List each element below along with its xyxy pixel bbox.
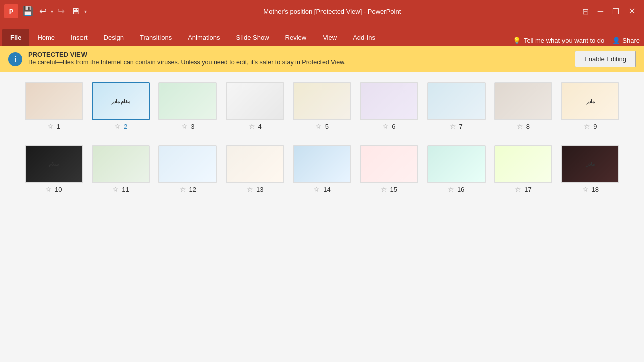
- banner-text-block: PROTECTED VIEW Be careful—files from the…: [28, 51, 346, 67]
- slide-item[interactable]: ☆14: [291, 145, 352, 193]
- slide-item[interactable]: ☆5: [291, 82, 352, 130]
- undo-dropdown[interactable]: ▾: [51, 9, 53, 14]
- slide-grid: مادر☆9☆8☆7☆6☆5☆4☆3مقام مادر☆2☆1مادر☆18☆1…: [20, 82, 624, 193]
- undo-button[interactable]: ↩: [37, 5, 49, 18]
- slide-thumb-inner: سلام: [26, 146, 82, 182]
- star-icon: ☆: [112, 185, 119, 193]
- slide-row-2: مادر☆18☆17☆16☆15☆14☆13☆12☆11سلام☆10: [20, 145, 624, 193]
- slide-meta: ☆12: [180, 185, 196, 193]
- slide-number: 7: [459, 123, 463, 130]
- slide-thumb-inner: [294, 146, 350, 182]
- slide-thumb-inner: [495, 146, 551, 182]
- slide-thumb-inner: [428, 83, 485, 119]
- slide-item[interactable]: ☆17: [493, 145, 553, 193]
- tab-view[interactable]: View: [314, 29, 345, 46]
- slide-thumbnail: [293, 145, 351, 183]
- tab-design[interactable]: Design: [96, 29, 132, 46]
- slide-item[interactable]: ☆15: [359, 145, 420, 193]
- star-icon: ☆: [247, 185, 253, 193]
- slide-number: 2: [124, 123, 127, 130]
- slide-meta: ☆5: [315, 122, 329, 130]
- banner-message: Be careful—files from the Internet can c…: [28, 58, 346, 67]
- title-bar: P 💾 ↩ ▾ ↪ 🖥 ▾ Mother's position [Protect…: [0, 0, 644, 22]
- slide-item[interactable]: مادر☆18: [560, 145, 621, 193]
- star-icon: ☆: [382, 122, 389, 130]
- slide-number: 3: [191, 123, 194, 130]
- slide-meta: ☆15: [381, 185, 397, 193]
- slide-thumb-inner: مادر: [562, 83, 618, 119]
- star-icon: ☆: [450, 122, 456, 130]
- slide-meta: ☆8: [517, 122, 530, 130]
- tab-insert[interactable]: Insert: [63, 29, 96, 46]
- slide-meta: ☆1: [47, 122, 60, 130]
- slide-number: 6: [392, 123, 395, 130]
- slide-thumbnail: [427, 145, 486, 183]
- minimize-button[interactable]: ─: [594, 6, 607, 17]
- slide-item[interactable]: ☆11: [90, 145, 151, 193]
- tab-animations[interactable]: Animations: [180, 29, 228, 46]
- slide-item[interactable]: ☆7: [426, 82, 487, 130]
- slide-item[interactable]: ☆8: [493, 82, 553, 130]
- slide-thumb-inner: [93, 146, 149, 182]
- slide-item[interactable]: مادر☆9: [560, 82, 621, 130]
- monitor-button[interactable]: 🖥: [69, 5, 82, 18]
- slide-thumb-inner: [26, 83, 82, 119]
- slide-thumb-inner: مادر: [562, 146, 618, 182]
- save-button[interactable]: 💾: [20, 5, 35, 18]
- slide-thumb-inner: مقام مادر: [93, 83, 149, 119]
- slide-thumbnail: [25, 82, 83, 120]
- collapse-ribbon-button[interactable]: ⊟: [578, 6, 593, 17]
- slide-thumbnail: [92, 145, 150, 183]
- main-content: مادر☆9☆8☆7☆6☆5☆4☆3مقام مادر☆2☆1مادر☆18☆1…: [0, 72, 644, 362]
- tab-file[interactable]: File: [2, 29, 29, 46]
- window-controls: ⊟ ─ ❐ ✕: [578, 5, 640, 18]
- slide-meta: ☆6: [382, 122, 395, 130]
- banner-title: PROTECTED VIEW: [28, 51, 346, 58]
- slide-meta: ☆7: [450, 122, 463, 130]
- slide-meta: ☆10: [45, 185, 62, 193]
- slide-meta: ☆17: [515, 185, 531, 193]
- tab-review[interactable]: Review: [277, 29, 315, 46]
- slide-item[interactable]: ☆16: [426, 145, 487, 193]
- tab-slideshow[interactable]: Slide Show: [228, 29, 277, 46]
- restore-button[interactable]: ❐: [608, 6, 623, 17]
- slide-meta: ☆14: [313, 185, 330, 193]
- slide-number: 9: [593, 123, 597, 130]
- slide-item[interactable]: ☆3: [157, 82, 218, 130]
- star-icon: ☆: [517, 122, 523, 130]
- slide-number: 12: [189, 186, 196, 193]
- star-icon: ☆: [381, 185, 387, 193]
- slide-thumbnail: [494, 145, 552, 183]
- star-icon: ☆: [313, 185, 320, 193]
- slide-item[interactable]: ☆12: [157, 145, 218, 193]
- slide-item[interactable]: ☆6: [359, 82, 420, 130]
- slide-item[interactable]: ☆13: [224, 145, 285, 193]
- share-button[interactable]: 👤 Share: [612, 37, 640, 44]
- slide-number: 1: [57, 123, 60, 130]
- slide-thumb-inner: [361, 146, 417, 182]
- close-button[interactable]: ✕: [624, 5, 640, 18]
- slide-item[interactable]: مقام مادر☆2: [90, 82, 151, 130]
- tab-home[interactable]: Home: [29, 29, 63, 46]
- redo-button[interactable]: ↪: [55, 5, 67, 18]
- slide-item[interactable]: ☆1: [23, 82, 84, 130]
- slide-thumbnail: مادر: [561, 145, 619, 183]
- enable-editing-button[interactable]: Enable Editing: [575, 51, 636, 67]
- customize-qat[interactable]: ▾: [84, 9, 87, 14]
- slide-item[interactable]: ☆4: [224, 82, 285, 130]
- slide-thumbnail: مقام مادر: [92, 82, 150, 120]
- slide-thumb-inner: [159, 146, 216, 182]
- tell-me-button[interactable]: 💡 Tell me what you want to do: [509, 35, 608, 46]
- slide-thumb-inner: [227, 83, 283, 119]
- slide-thumbnail: [226, 145, 284, 183]
- slide-meta: ☆2: [114, 122, 127, 130]
- slide-number: 18: [592, 186, 599, 193]
- tab-addins[interactable]: Add-Ins: [345, 29, 383, 46]
- slide-item[interactable]: سلام☆10: [23, 145, 84, 193]
- slide-meta: ☆16: [448, 185, 464, 193]
- slide-thumbnail: [158, 82, 217, 120]
- tab-transitions[interactable]: Transitions: [132, 29, 180, 46]
- slide-number: 14: [323, 186, 330, 193]
- star-icon: ☆: [45, 185, 52, 193]
- star-icon: ☆: [315, 122, 322, 130]
